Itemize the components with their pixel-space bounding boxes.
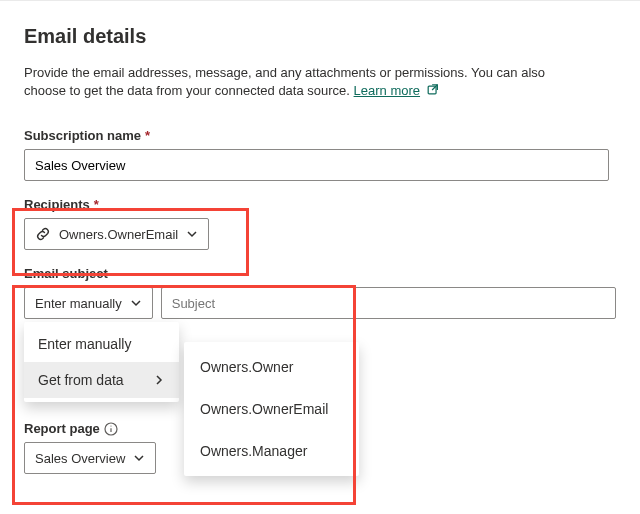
description-text: Provide the email addresses, message, an… xyxy=(24,64,584,100)
submenu-item-owners-owner[interactable]: Owners.Owner xyxy=(184,346,359,388)
page-title: Email details xyxy=(24,25,616,48)
submenu-item-label: Owners.Manager xyxy=(200,443,307,459)
dropdown-item-label: Enter manually xyxy=(38,336,131,352)
chevron-down-icon xyxy=(186,228,198,240)
svg-point-3 xyxy=(110,425,111,426)
subject-mode-dropdown: Enter manually Get from data xyxy=(24,322,179,402)
email-subject-field: Email subject Enter manually Enter manua… xyxy=(24,266,616,319)
subject-data-submenu: Owners.Owner Owners.OwnerEmail Owners.Ma… xyxy=(184,342,359,476)
chevron-right-icon xyxy=(153,374,165,386)
subscription-name-field: Subscription name * xyxy=(24,128,616,181)
recipients-chip[interactable]: Owners.OwnerEmail xyxy=(24,218,209,250)
subscription-name-label: Subscription name * xyxy=(24,128,616,143)
report-page-selector[interactable]: Sales Overview xyxy=(24,442,156,474)
description-body: Provide the email addresses, message, an… xyxy=(24,65,545,98)
recipients-label-text: Recipients xyxy=(24,197,90,212)
required-mark: * xyxy=(94,197,99,212)
subject-mode-value: Enter manually xyxy=(35,296,122,311)
submenu-item-owners-manager[interactable]: Owners.Manager xyxy=(184,430,359,472)
recipients-chip-value: Owners.OwnerEmail xyxy=(59,227,178,242)
chevron-down-icon xyxy=(130,297,142,309)
dropdown-item-enter-manually[interactable]: Enter manually xyxy=(24,326,179,362)
email-subject-input[interactable] xyxy=(161,287,616,319)
submenu-item-label: Owners.Owner xyxy=(200,359,293,375)
email-details-panel: Email details Provide the email addresse… xyxy=(0,0,640,474)
recipients-label: Recipients * xyxy=(24,197,616,212)
submenu-item-owners-owneremail[interactable]: Owners.OwnerEmail xyxy=(184,388,359,430)
report-page-value: Sales Overview xyxy=(35,451,125,466)
chevron-down-icon xyxy=(133,452,145,464)
subscription-name-input[interactable] xyxy=(24,149,609,181)
subscription-name-label-text: Subscription name xyxy=(24,128,141,143)
dropdown-item-label: Get from data xyxy=(38,372,124,388)
recipients-field: Recipients * Owners.OwnerEmail xyxy=(24,197,616,250)
report-page-label-text: Report page xyxy=(24,421,100,436)
email-subject-label: Email subject xyxy=(24,266,616,281)
link-icon xyxy=(35,226,51,242)
required-mark: * xyxy=(145,128,150,143)
submenu-item-label: Owners.OwnerEmail xyxy=(200,401,328,417)
email-subject-label-text: Email subject xyxy=(24,266,108,281)
learn-more-link[interactable]: Learn more xyxy=(354,83,420,98)
dropdown-item-get-from-data[interactable]: Get from data xyxy=(24,362,179,398)
info-icon xyxy=(104,422,118,436)
subject-mode-selector[interactable]: Enter manually xyxy=(24,287,153,319)
external-link-icon xyxy=(426,83,440,97)
